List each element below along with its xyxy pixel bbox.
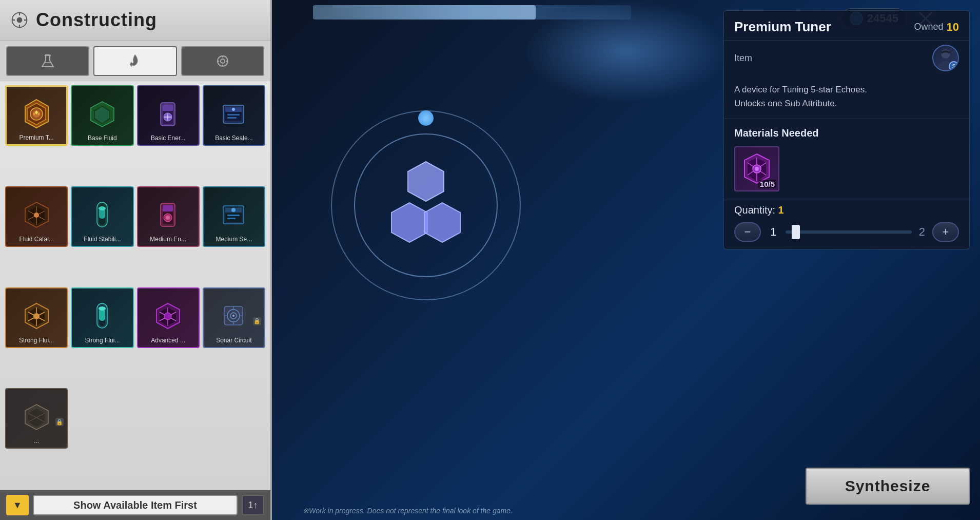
item-label: Advanced ... xyxy=(138,337,199,344)
gear-ring-icon xyxy=(215,53,230,69)
show-available-button[interactable]: Show Available Item First xyxy=(33,495,238,515)
quantity-slider[interactable] xyxy=(786,230,912,234)
item-name: Premium Tuner xyxy=(734,19,831,35)
item-icon-area xyxy=(138,93,199,134)
list-item[interactable]: Strong Flui... xyxy=(71,287,133,348)
list-item[interactable]: Basic Seale... xyxy=(203,85,265,146)
quantity-current: 1 xyxy=(768,225,778,239)
svg-point-50 xyxy=(166,216,170,220)
item-label: Base Fluid xyxy=(72,134,132,142)
svg-rect-34 xyxy=(227,114,240,115)
owned-section: Owned 10 xyxy=(914,21,959,34)
center-visual xyxy=(298,10,554,400)
item-icon-area xyxy=(138,195,199,236)
disclaimer: ※Work in progress. Does not represent th… xyxy=(303,507,513,515)
description-text: A device for Tuning 5-star Echoes.Unlock… xyxy=(734,85,867,108)
flame-icon xyxy=(127,53,143,69)
quantity-max: 2 xyxy=(919,225,925,239)
synthesize-button[interactable]: Synthesize xyxy=(806,468,970,505)
item-label: Medium En... xyxy=(138,236,199,243)
svg-point-45 xyxy=(99,206,106,210)
sonar-circuit-icon xyxy=(217,299,250,333)
list-item[interactable]: 🔒 Sonar Circuit xyxy=(203,287,265,348)
item-label: Fluid Catal... xyxy=(6,236,67,243)
item-icon-area xyxy=(7,93,66,134)
list-item[interactable]: Fluid Stabili... xyxy=(71,186,133,247)
quantity-section: Quantity: 1 − 1 2 + xyxy=(724,200,969,249)
svg-point-97 xyxy=(755,167,759,171)
item-label: ... xyxy=(6,437,67,445)
tab-button-1[interactable] xyxy=(6,46,89,76)
list-item[interactable]: Fluid Catal... xyxy=(5,186,68,247)
materials-section: Materials Needed 10/5 xyxy=(724,119,969,200)
material-count: 10/5 xyxy=(758,180,776,188)
quantity-controls: − 1 2 + xyxy=(734,222,959,242)
premium-tuner-icon xyxy=(20,97,53,130)
svg-marker-88 xyxy=(391,203,427,242)
item-icon-area xyxy=(72,296,132,337)
fluid-stabilizer-icon xyxy=(86,198,119,232)
item-label: Strong Flui... xyxy=(6,337,67,344)
item-icon-area xyxy=(138,296,199,337)
basic-energy-icon xyxy=(151,98,185,131)
list-item[interactable]: Strong Flui... xyxy=(5,287,68,348)
list-item[interactable]: Medium Se... xyxy=(203,186,265,247)
svg-marker-87 xyxy=(408,162,444,201)
qty-label-text: Quantity: xyxy=(734,204,775,216)
item-label: Premium T... xyxy=(7,134,66,141)
slider-thumb xyxy=(792,225,800,239)
list-item[interactable]: Medium En... xyxy=(137,186,200,247)
item-type: Item xyxy=(734,53,752,64)
list-item[interactable]: Base Fluid xyxy=(71,85,133,146)
svg-rect-55 xyxy=(227,215,240,216)
lock-icon: 🔒 xyxy=(253,317,261,325)
advanced-icon xyxy=(151,299,185,333)
list-item[interactable]: Basic Ener... xyxy=(137,85,200,146)
hexagon-design xyxy=(328,108,523,303)
item-icon-area: 🔒 xyxy=(204,296,264,337)
list-item[interactable]: 🔒 ... xyxy=(5,388,68,449)
svg-marker-89 xyxy=(424,203,460,242)
item-icon-area xyxy=(6,296,67,337)
list-item[interactable]: Advanced ... xyxy=(137,287,200,348)
material-icon-box: 10/5 xyxy=(734,146,779,191)
flask-icon xyxy=(40,53,55,69)
right-panel: 24545 xyxy=(272,0,980,520)
quantity-increase-button[interactable]: + xyxy=(932,222,959,242)
item-label: Fluid Stabili... xyxy=(72,236,132,243)
svg-point-1 xyxy=(17,17,23,23)
owned-count: 10 xyxy=(947,21,959,34)
svg-point-54 xyxy=(231,208,236,212)
svg-point-76 xyxy=(232,315,234,317)
svg-rect-35 xyxy=(227,117,237,119)
item-label: Strong Flui... xyxy=(72,337,132,344)
fluid-catalyst-icon xyxy=(20,198,53,232)
item-description: A device for Tuning 5-star Echoes.Unlock… xyxy=(724,75,969,119)
item-sub-header: Item S xyxy=(724,41,969,75)
tab-button-3[interactable] xyxy=(181,46,264,76)
quantity-decrease-button[interactable]: − xyxy=(734,222,761,242)
svg-point-72 xyxy=(164,313,171,320)
medium-sealed-icon xyxy=(217,198,250,232)
item-grid: Premium T... Base Fluid xyxy=(0,81,270,490)
item-label: Medium Se... xyxy=(204,236,264,243)
quantity-label: Quantity: 1 xyxy=(734,204,959,216)
character-badge: S xyxy=(949,61,959,71)
tab-button-2[interactable] xyxy=(93,46,177,76)
sort-order: 1↑ xyxy=(242,495,264,515)
item-icon-area xyxy=(6,195,67,236)
svg-point-62 xyxy=(33,313,40,319)
locked-item-icon xyxy=(20,400,53,434)
svg-rect-26 xyxy=(163,105,173,111)
info-header: Premium Tuner Owned 10 xyxy=(724,11,969,41)
list-item[interactable]: Premium T... xyxy=(5,85,68,146)
constructing-icon xyxy=(10,11,29,29)
toggle-arrow-button[interactable]: ▼ xyxy=(6,495,29,515)
material-item: 10/5 xyxy=(734,146,779,191)
hex-group-svg xyxy=(369,149,482,262)
materials-title: Materials Needed xyxy=(734,127,959,139)
tab-bar xyxy=(0,41,270,81)
title-bar: Constructing xyxy=(0,0,270,41)
basic-sealed-icon xyxy=(217,98,250,131)
svg-point-9 xyxy=(221,59,225,63)
